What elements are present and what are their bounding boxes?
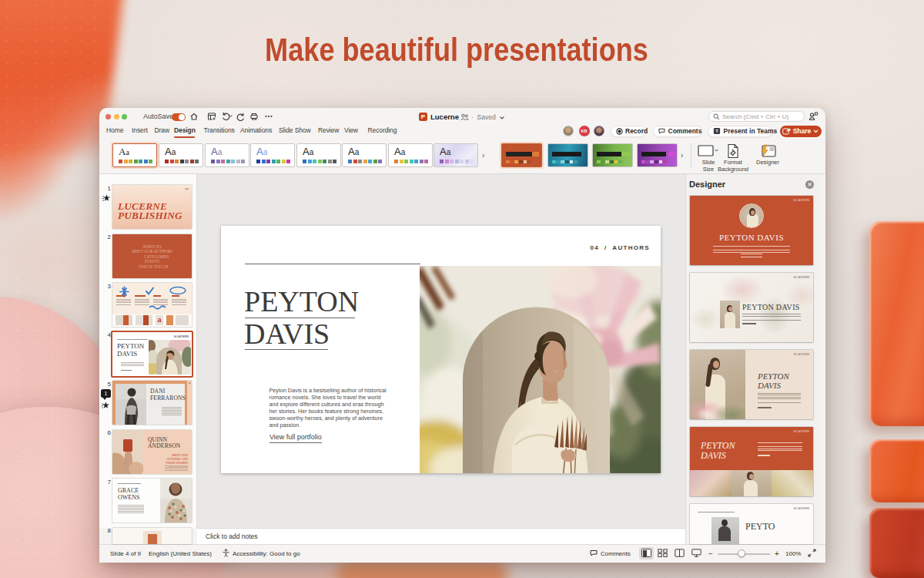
svg-text:T: T	[715, 129, 718, 133]
